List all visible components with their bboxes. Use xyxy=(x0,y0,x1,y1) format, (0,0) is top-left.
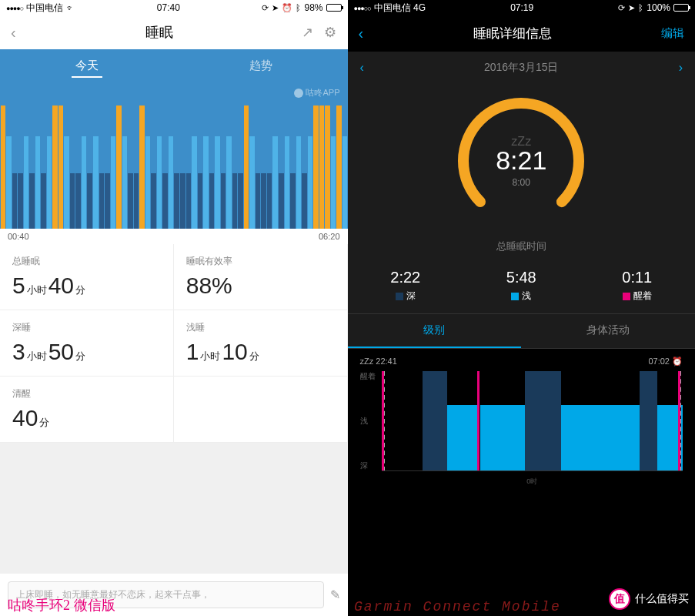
stat-empty xyxy=(174,377,348,443)
watermark-badge-icon: 值 xyxy=(609,588,630,610)
sleep-bar xyxy=(238,173,243,229)
carrier-label: 中国电信 xyxy=(26,2,63,15)
breakdown-deep: 2:22 深 xyxy=(390,269,420,303)
sleep-bar xyxy=(313,105,319,229)
sleep-bar xyxy=(145,136,151,229)
status-bar: 中国电信 4G 07:19 ⟳ ➤ ᛒ 100% xyxy=(348,0,696,15)
timeline-segment xyxy=(447,371,477,470)
sleep-bar xyxy=(58,105,64,229)
sleep-bar xyxy=(134,173,139,229)
app-watermark: 咕咚APP xyxy=(294,87,339,99)
stat-deep-sleep: 深睡 3小时50分 xyxy=(0,310,174,377)
bluetooth-icon: ᛒ xyxy=(296,3,301,12)
tab-activity[interactable]: 身体活动 xyxy=(521,314,695,348)
sleep-bar xyxy=(93,136,99,229)
tab-bar: 级别 身体活动 xyxy=(348,313,696,349)
sleep-bar xyxy=(169,136,174,229)
sleep-bar xyxy=(279,173,284,229)
y-label: 深 xyxy=(360,460,376,471)
sleep-bar xyxy=(64,136,69,229)
edit-button[interactable]: 编辑 xyxy=(661,26,684,41)
stat-efficiency: 睡眠有效率 88% xyxy=(174,244,348,310)
tab-level[interactable]: 级别 xyxy=(348,314,522,348)
tab-trend[interactable]: 趋势 xyxy=(174,49,348,82)
sleep-bar xyxy=(157,136,162,229)
axis-end: 06:20 xyxy=(319,232,340,241)
sleep-bar-chart: 咕咚APP xyxy=(0,82,348,229)
sleep-bar xyxy=(221,173,226,229)
share-icon[interactable]: ↗ xyxy=(302,24,313,41)
location-icon: ➤ xyxy=(272,3,279,13)
battery-percent: 100% xyxy=(647,2,670,13)
deep-swatch-icon xyxy=(396,293,403,300)
sleep-bar xyxy=(331,136,336,229)
sleep-bar xyxy=(29,173,35,229)
sleep-bar xyxy=(87,173,92,229)
sleep-bar xyxy=(302,173,307,229)
back-button[interactable]: ‹ xyxy=(359,25,364,42)
watermark-text: 什么值得买 xyxy=(635,592,689,606)
sleep-bar xyxy=(47,136,52,229)
timeline-segment xyxy=(640,371,657,470)
compass-icon: ⟳ xyxy=(262,3,269,13)
tab-bar: 今天 趋势 xyxy=(0,49,348,82)
sleep-bar xyxy=(249,136,255,229)
signal-icon xyxy=(6,2,23,13)
zzz-icon: zZz xyxy=(360,357,374,366)
sleep-bar xyxy=(35,136,41,229)
back-button[interactable]: ‹ xyxy=(11,24,16,42)
sleep-bar xyxy=(122,136,128,229)
caption-left: 咕咚手环2 微信版 xyxy=(8,596,115,614)
sleep-bar xyxy=(24,136,29,229)
sleep-bar xyxy=(290,173,296,229)
x-label: 0时 xyxy=(526,477,537,487)
timeline-segment xyxy=(561,371,640,470)
compass-icon: ⟳ xyxy=(618,3,625,13)
sleep-bar xyxy=(186,173,192,229)
chart-time-axis: 00:40 06:20 xyxy=(0,229,348,244)
carrier-label: 中国电信 4G xyxy=(374,2,426,15)
y-label: 浅 xyxy=(360,416,376,427)
sleep-bar xyxy=(41,173,46,229)
nav-bar: ‹ 睡眠详细信息 编辑 xyxy=(348,15,696,52)
stat-light-sleep: 浅睡 1小时10分 xyxy=(174,310,348,377)
bluetooth-icon: ᛒ xyxy=(638,3,643,12)
sleep-bar xyxy=(325,105,330,229)
prev-day-button[interactable]: ‹ xyxy=(360,61,364,75)
sleep-bar xyxy=(116,105,122,229)
sleep-bar xyxy=(336,105,342,229)
sleep-bar xyxy=(192,136,197,229)
sleep-bar xyxy=(151,173,156,229)
sleep-bar xyxy=(342,136,348,229)
sleep-bar xyxy=(267,173,272,229)
tab-today[interactable]: 今天 xyxy=(0,49,174,82)
sleep-bar xyxy=(128,173,133,229)
timeline-segment xyxy=(423,371,446,470)
sleep-bar xyxy=(319,105,325,229)
sleep-bar xyxy=(99,173,105,229)
sleep-bar xyxy=(162,173,168,229)
sleep-breakdown: 2:22 深 5:48 浅 0:11 醒着 xyxy=(348,263,696,313)
sleep-bar xyxy=(285,136,290,229)
edit-note-icon[interactable]: ✎ xyxy=(330,588,340,602)
sleep-timeline-chart: zZz 22:41 07:02 ⏰ 醒着 浅 深 0时 xyxy=(348,349,696,616)
sleep-bar xyxy=(232,173,238,229)
next-day-button[interactable]: › xyxy=(679,61,683,75)
awake-swatch-icon xyxy=(623,293,630,300)
sleep-bar xyxy=(139,105,145,229)
stat-awake: 清醒 40分 xyxy=(0,377,174,443)
settings-icon[interactable]: ⚙ xyxy=(324,24,336,41)
sleep-bar xyxy=(180,173,185,229)
sleep-bar xyxy=(111,136,116,229)
sleep-donut-chart: zZz 8:21 8:00 xyxy=(348,84,696,235)
sleep-bar xyxy=(198,173,203,229)
breakdown-awake: 0:11 醒着 xyxy=(622,269,652,303)
signal-icon xyxy=(354,2,371,13)
timeline-segment xyxy=(657,371,678,470)
sleep-bar xyxy=(308,136,313,229)
right-phone-screen: 中国电信 4G 07:19 ⟳ ➤ ᛒ 100% ‹ 睡眠详细信息 编辑 ‹ 2… xyxy=(348,0,696,616)
status-time: 07:19 xyxy=(510,2,533,13)
sleep-bar xyxy=(70,173,75,229)
sleep-bar xyxy=(261,173,266,229)
sleep-bar xyxy=(6,136,12,229)
